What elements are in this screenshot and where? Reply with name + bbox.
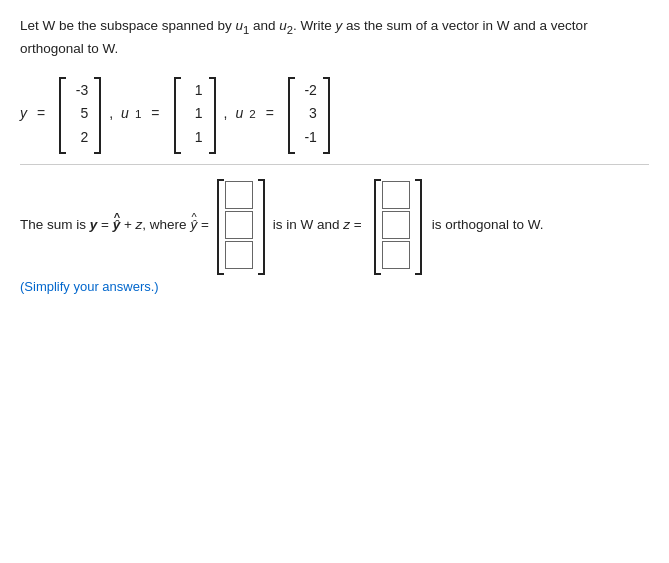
yhat-vector-bracket[interactable]: [213, 179, 265, 271]
z-input-2[interactable]: [382, 211, 410, 239]
z-input-3[interactable]: [382, 241, 410, 269]
simplify-text: (Simplify your answers.): [20, 279, 159, 294]
u1-vector-bracket: 1 1 1: [170, 77, 216, 150]
u2-row2: 3: [297, 102, 317, 124]
u2-vector-bracket: -2 3 -1: [284, 77, 330, 150]
sub1: 1: [243, 24, 249, 36]
u2-equals: =: [262, 105, 278, 121]
yhat-input-1[interactable]: [225, 181, 253, 209]
u1-row1: 1: [183, 79, 203, 101]
is-in-w-label: is in W and z =: [273, 217, 362, 232]
u2-row1: -2: [297, 79, 317, 101]
yhat-inputs-col[interactable]: [221, 179, 257, 271]
sum-row: The sum is y = ŷ + z, where ŷ = is in W …: [20, 179, 649, 271]
statement-text: Let W be the subspace spanned by u1 and …: [20, 18, 588, 56]
simplify-note: (Simplify your answers.): [20, 279, 649, 294]
problem-statement: Let W be the subspace spanned by u1 and …: [20, 16, 649, 59]
divider: [20, 164, 649, 165]
y-row3: 2: [68, 126, 88, 148]
comma2: ,: [222, 105, 230, 121]
u2-row3: -1: [297, 126, 317, 148]
y-vector-col: -3 5 2: [63, 77, 93, 150]
y-row2: 5: [68, 102, 88, 124]
u2-sub: 2: [249, 107, 255, 120]
sum-text1: The sum is y = ŷ + z, where ŷ =: [20, 217, 209, 232]
y-vector-bracket: -3 5 2: [55, 77, 101, 150]
yhat-input-2[interactable]: [225, 211, 253, 239]
u1-equals: =: [147, 105, 163, 121]
u2-label: u: [235, 105, 243, 121]
z-input-1[interactable]: [382, 181, 410, 209]
y-row1: -3: [68, 79, 88, 101]
u1-row3: 1: [183, 126, 203, 148]
y-equals: =: [33, 105, 49, 121]
comma1: ,: [107, 105, 115, 121]
y-label: y: [20, 105, 27, 121]
u1-label: u: [121, 105, 129, 121]
vectors-definition: y = -3 5 2 , u1 = 1 1 1 , u2 = -2 3 -1: [20, 77, 649, 150]
u1-vector-col: 1 1 1: [178, 77, 208, 150]
z-inputs-col[interactable]: [378, 179, 414, 271]
z-vector-bracket[interactable]: [370, 179, 422, 271]
u1-row2: 1: [183, 102, 203, 124]
u2-vector-col: -2 3 -1: [292, 77, 322, 150]
u1-sub: 1: [135, 107, 141, 120]
yhat-input-3[interactable]: [225, 241, 253, 269]
sub2: 2: [287, 24, 293, 36]
is-orthogonal-label: is orthogonal to W.: [432, 217, 544, 232]
